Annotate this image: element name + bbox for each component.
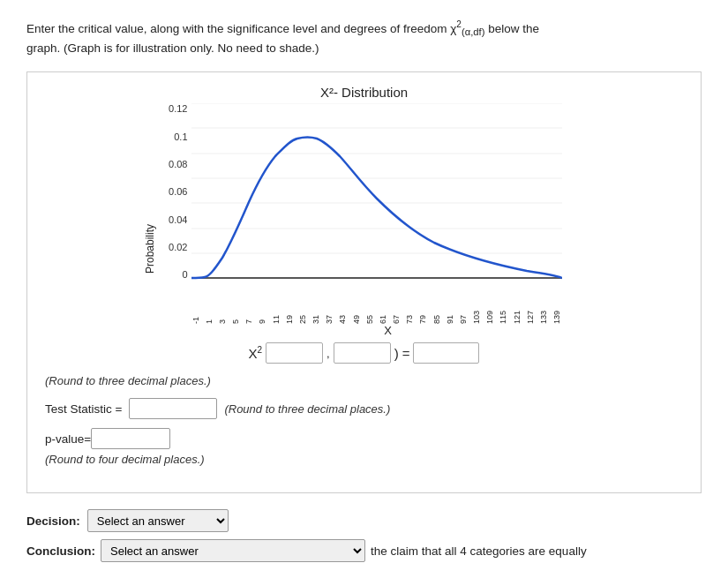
x-tick: 3	[218, 280, 227, 324]
p-value-label: p-value=	[45, 432, 91, 446]
x-tick: 67	[392, 280, 401, 324]
chart-container: X²- Distribution Probability 0.12 0.1 0.…	[144, 85, 585, 367]
distribution-chart	[191, 103, 562, 280]
y-tick: 0.06	[160, 186, 188, 197]
x-tick: 79	[418, 280, 427, 324]
chi-equals: =	[402, 346, 410, 361]
main-content: X²- Distribution Probability 0.12 0.1 0.…	[26, 71, 702, 493]
conclusion-row: Conclusion: Select an answer There is su…	[26, 539, 702, 562]
y-tick: 0.02	[160, 242, 188, 252]
x-tick: 85	[432, 280, 441, 324]
y-axis-label: Probability	[144, 161, 156, 337]
chi-value-input[interactable]	[413, 342, 479, 364]
x-tick: 133	[539, 280, 548, 324]
decision-select[interactable]: Select an answer Reject H₀ Fail to Rejec…	[87, 509, 229, 532]
y-tick: 0	[160, 269, 188, 280]
test-statistic-section: Test Statistic = (Round to three decimal…	[45, 398, 683, 419]
x-tick: 97	[459, 280, 468, 324]
chi-squared-label: X2	[249, 345, 263, 361]
x-tick: 127	[526, 280, 535, 324]
x-tick: 61	[379, 280, 387, 324]
decision-row: Decision: Select an answer Reject H₀ Fai…	[26, 509, 702, 532]
chi-df-input[interactable]	[334, 342, 391, 364]
x-tick: 37	[325, 280, 334, 324]
test-statistic-label: Test Statistic =	[45, 402, 122, 416]
chart-inner: 0.12 0.1 0.08 0.06 0.04 0.02 0	[160, 103, 585, 337]
conclusion-suffix: the claim that all 4 categories are equa…	[371, 544, 587, 558]
x-tick: 11	[272, 280, 281, 324]
decision-section: Decision: Select an answer Reject H₀ Fai…	[26, 509, 702, 563]
x-tick: 1	[205, 280, 214, 324]
x-tick: 139	[552, 280, 561, 324]
x-tick: 109	[485, 280, 494, 324]
y-tick: 0.12	[160, 103, 188, 114]
x-tick: 103	[472, 280, 481, 324]
y-axis-ticks: 0.12 0.1 0.08 0.06 0.04 0.02 0	[160, 103, 191, 280]
conclusion-label: Conclusion:	[26, 544, 95, 558]
x-tick: 43	[338, 280, 347, 324]
x-tick: 25	[298, 280, 307, 324]
y-tick: 0.08	[160, 159, 188, 169]
x-tick: 91	[446, 280, 454, 324]
x-tick: 19	[285, 280, 294, 324]
chi-close-paren: )	[394, 346, 399, 361]
instructions-text: Enter the critical value, along with the…	[26, 18, 702, 57]
x-tick: 55	[365, 280, 374, 324]
x-tick: 73	[405, 280, 414, 324]
decision-label: Decision:	[26, 514, 80, 528]
test-statistic-note: (Round to three decimal places.)	[224, 402, 390, 416]
x-tick: 115	[499, 280, 507, 324]
test-statistic-input[interactable]	[129, 398, 217, 419]
x-tick: 49	[352, 280, 361, 324]
chi-notation-row: X2 , ) =	[249, 342, 480, 364]
x-tick: 7	[244, 280, 253, 324]
p-value-round-note: (Round to four decimal places.)	[45, 453, 683, 466]
x-tick: 5	[231, 280, 240, 324]
chi-comma: ,	[326, 347, 330, 360]
p-value-section: p-value= (Round to four decimal places.)	[45, 428, 683, 466]
x-tick: 121	[513, 280, 522, 324]
x-tick: 9	[258, 280, 266, 324]
x-tick: 31	[311, 280, 320, 324]
x-axis-label: X	[191, 324, 585, 337]
x-tick: -1	[191, 280, 200, 324]
p-value-row: p-value=	[45, 428, 683, 449]
conclusion-select[interactable]: Select an answer There is sufficient evi…	[101, 539, 365, 562]
chart-title: X²- Distribution	[320, 85, 408, 100]
test-statistic-row: Test Statistic = (Round to three decimal…	[45, 398, 683, 419]
y-tick: 0.1	[160, 131, 188, 142]
chi-round-note: (Round to three decimal places.)	[45, 374, 683, 387]
y-tick: 0.04	[160, 214, 188, 225]
p-value-input[interactable]	[91, 428, 170, 449]
chart-area: Probability 0.12 0.1 0.08 0.06 0.04 0.02…	[144, 103, 585, 337]
x-axis-ticks: -1 1 3 5 7 9 11 19 25 31 37 43 49 55 61 …	[191, 280, 562, 324]
chi-alpha-input[interactable]	[266, 342, 323, 364]
